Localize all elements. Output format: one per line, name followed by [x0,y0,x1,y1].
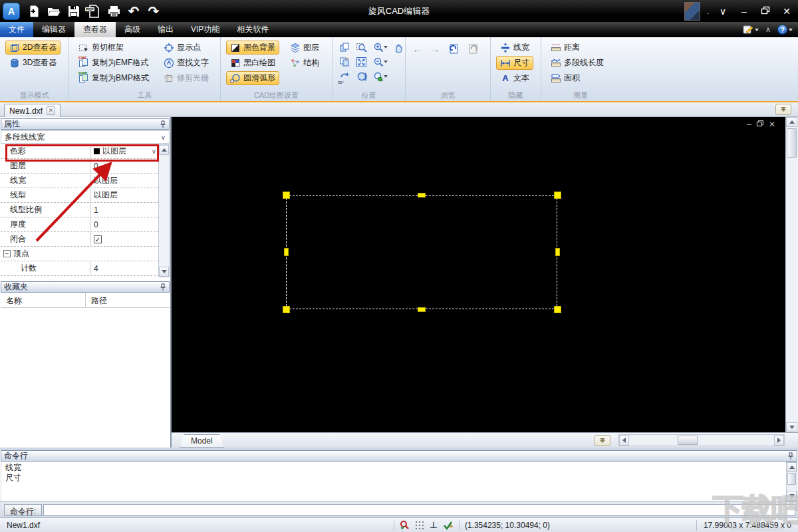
previous-view-button[interactable] [447,42,461,55]
property-row-closed[interactable]: 闭合 ✓ [1,232,159,247]
canvas-minimize-button[interactable]: – [747,120,751,128]
selected-polyline[interactable] [286,195,557,309]
redo-button[interactable]: ↷ [144,2,164,21]
scroll-up-button[interactable] [787,462,797,472]
2d-viewer-button[interactable]: 2D查看器 [5,41,61,55]
menu-tab-advanced[interactable]: 高级 [116,22,149,37]
back-button[interactable]: ← [411,42,424,55]
snap-grid-icon[interactable] [415,521,424,530]
scrollbar-thumb[interactable] [787,128,797,158]
zoom-in-button[interactable] [372,41,389,54]
chevron-down-icon[interactable]: ∨ [716,6,730,17]
hide-dimension-button[interactable]: 尺寸 [496,56,533,70]
grip-bottom-left[interactable] [283,306,290,313]
chevron-down-icon[interactable]: ∨ [152,148,156,155]
menu-tab-viewer[interactable]: 查看器 [74,22,116,37]
property-row-linetype[interactable]: 线型 以图层 [1,188,159,203]
document-tab-close-button[interactable]: ✕ [47,106,55,115]
grip-bottom-mid[interactable] [418,307,426,312]
trim-raster-button[interactable]: 修剪光栅 [160,71,213,85]
undo-button[interactable]: ↶ [124,2,144,21]
property-row-linetype-scale[interactable]: 线型比例 1 [1,203,159,217]
zoom-window-button[interactable] [354,41,369,54]
scroll-down-button[interactable] [786,422,797,432]
minimize-button[interactable]: – [737,6,751,17]
zoom-out-button[interactable] [372,55,389,68]
help-button[interactable]: ? [777,25,793,35]
canvas-restore-button[interactable] [756,120,764,128]
measure-area-button[interactable]: 面积 [547,71,608,85]
property-row-color[interactable]: 色彩 以图层 ∨ [1,144,159,159]
menu-tab-output[interactable]: 输出 [149,22,182,37]
bw-drawing-button[interactable]: 黑白绘图 [226,56,279,70]
zoom-extents-button[interactable] [372,70,389,83]
pin-icon[interactable] [160,283,166,291]
clip-frame-button[interactable]: 剪切框架 [74,41,153,55]
scroll-down-button[interactable] [159,267,169,277]
pin-icon[interactable] [787,452,794,460]
rotate-view-button[interactable] [354,70,369,83]
open-file-button[interactable] [44,2,64,21]
rotate-angle-button[interactable]: 35° [338,70,352,83]
favorites-col-path[interactable]: 路径 [86,293,107,307]
property-row-layer[interactable]: 图层 0 [1,159,159,174]
copy-view2-button[interactable] [338,55,352,68]
fit-to-window-button[interactable] [354,55,369,68]
print-button[interactable] [104,2,124,21]
command-input[interactable] [43,504,795,516]
drawing-canvas[interactable]: – ✕ [172,117,798,432]
entity-type-selector[interactable]: 多段线线宽 ∨ [1,130,170,144]
find-text-button[interactable]: A 查找文字 [160,56,213,70]
menu-tab-related[interactable]: 相关软件 [228,22,277,37]
menu-tab-file[interactable]: 文件 [0,22,33,37]
copy-emf-button[interactable]: EMF 复制为EMF格式 [74,56,153,70]
favorites-col-name[interactable]: 名称 [1,293,86,307]
measure-polyline-length-button[interactable]: 多段线长度 [547,56,608,70]
grip-mid-left[interactable] [284,248,289,256]
command-scrollbar[interactable] [786,462,797,501]
scroll-down-button[interactable] [787,491,797,501]
close-button[interactable]: ✕ [779,6,794,17]
menu-tab-vip[interactable]: VIP功能 [182,22,228,37]
property-row-thickness[interactable]: 厚度 0 [1,217,159,232]
export-pdf-button[interactable]: PDF [84,2,104,21]
next-view-button[interactable] [466,42,480,55]
ortho-mode-icon[interactable]: ⊥ [430,520,438,530]
property-row-lineweight[interactable]: 线宽 以图层 [1,174,159,188]
closed-checkbox[interactable]: ✓ [94,235,102,243]
show-points-button[interactable]: 显示点 [160,41,213,55]
collapse-icon[interactable]: − [3,250,11,257]
grip-top-right[interactable] [554,192,561,199]
scroll-up-button[interactable] [786,117,797,127]
pin-icon[interactable] [160,120,166,128]
property-row-count[interactable]: 计数 4 [1,261,159,276]
forward-button[interactable]: → [429,42,442,55]
3d-viewer-button[interactable]: 3D查看器 [5,56,61,70]
hide-text-button[interactable]: A 文本 [496,71,533,85]
copy-view-button[interactable] [338,41,352,54]
draw-check-icon[interactable] [443,521,454,530]
layers-button[interactable]: 图层 [286,41,323,55]
structure-button[interactable]: 结构 [286,56,323,70]
grip-top-left[interactable] [283,192,290,199]
scroll-right-button[interactable] [774,435,784,446]
document-tab[interactable]: New1.dxf ✕ [4,104,61,117]
panel-collapse-button[interactable] [775,104,791,115]
pan-button[interactable] [392,41,406,54]
command-history[interactable]: 线宽 尺寸 [1,462,785,501]
panel-collapse-button[interactable] [595,435,610,446]
quick-edit-button[interactable] [743,25,759,35]
restore-button[interactable] [758,6,773,17]
user-avatar[interactable] [684,2,700,21]
grip-mid-right[interactable] [555,248,560,256]
menu-tab-editor[interactable]: 编辑器 [33,22,74,37]
grip-bottom-right[interactable] [554,306,561,313]
grip-top-mid[interactable] [418,193,426,198]
properties-scrollbar[interactable] [158,144,170,277]
canvas-vertical-scrollbar[interactable] [785,117,798,432]
copy-bmp-button[interactable]: BMP 复制为BMP格式 [74,71,153,85]
hide-linewidth-button[interactable]: 线宽 [496,41,533,55]
canvas-horizontal-scrollbar[interactable] [618,434,785,446]
scrollbar-thumb[interactable] [678,436,698,445]
scroll-left-button[interactable] [619,435,629,446]
